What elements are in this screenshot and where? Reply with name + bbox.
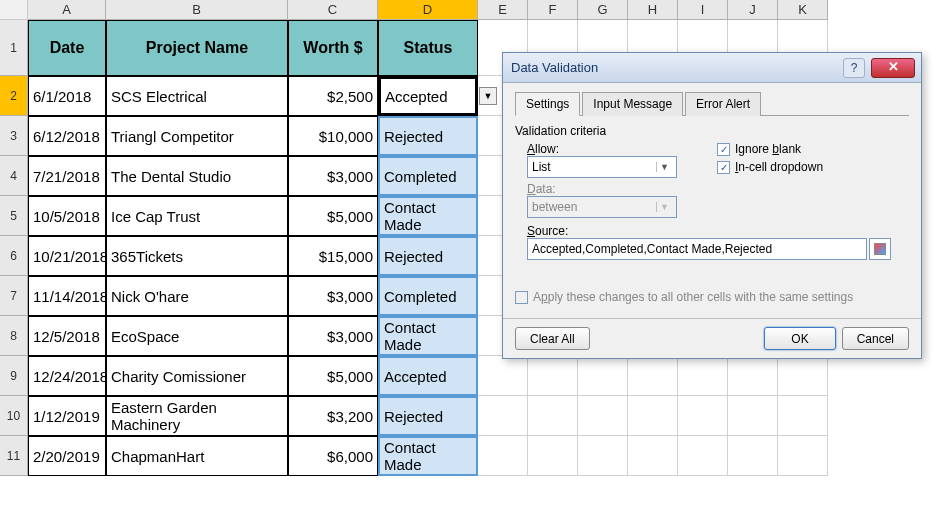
col-header-A[interactable]: A (28, 0, 106, 20)
cell[interactable] (778, 436, 828, 476)
cell[interactable] (578, 396, 628, 436)
ok-button[interactable]: OK (764, 327, 835, 350)
cell-date[interactable]: 10/21/2018 (28, 236, 106, 276)
col-header-B[interactable]: B (106, 0, 288, 20)
header-status[interactable]: Status (378, 20, 478, 76)
row-header-5[interactable]: 5 (0, 196, 28, 236)
row-header-1[interactable]: 1 (0, 20, 28, 76)
allow-select[interactable]: List ▼ (527, 156, 677, 178)
cell[interactable] (678, 396, 728, 436)
cell[interactable] (578, 436, 628, 476)
row-header-2[interactable]: 2 (0, 76, 28, 116)
cell[interactable] (628, 356, 678, 396)
row-header-9[interactable]: 9 (0, 356, 28, 396)
cell-project[interactable]: The Dental Studio (106, 156, 288, 196)
cell-status[interactable]: Accepted (378, 356, 478, 396)
cell-worth[interactable]: $3,000 (288, 156, 378, 196)
row-header-6[interactable]: 6 (0, 236, 28, 276)
col-header-I[interactable]: I (678, 0, 728, 20)
cell[interactable] (728, 436, 778, 476)
cell-status[interactable]: Contact Made (378, 436, 478, 476)
row-header-11[interactable]: 11 (0, 436, 28, 476)
cancel-button[interactable]: Cancel (842, 327, 909, 350)
tab-error-alert[interactable]: Error Alert (685, 92, 761, 116)
cell-project[interactable]: Ice Cap Trust (106, 196, 288, 236)
cell-project[interactable]: Nick O'hare (106, 276, 288, 316)
cell-worth[interactable]: $3,200 (288, 396, 378, 436)
cell-worth[interactable]: $5,000 (288, 196, 378, 236)
col-header-F[interactable]: F (528, 0, 578, 20)
cell-date[interactable]: 12/5/2018 (28, 316, 106, 356)
header-date[interactable]: Date (28, 20, 106, 76)
cell-date[interactable]: 11/14/2018 (28, 276, 106, 316)
cell[interactable] (628, 436, 678, 476)
row-header-8[interactable]: 8 (0, 316, 28, 356)
cell-worth[interactable]: $3,000 (288, 316, 378, 356)
cell[interactable] (728, 396, 778, 436)
cell-status[interactable]: Rejected (378, 236, 478, 276)
dropdown-icon[interactable]: ▼ (479, 87, 497, 105)
cell-worth[interactable]: $6,000 (288, 436, 378, 476)
select-all-corner[interactable] (0, 0, 28, 20)
cell-date[interactable]: 6/1/2018 (28, 76, 106, 116)
cell-project[interactable]: 365Tickets (106, 236, 288, 276)
cell[interactable] (778, 396, 828, 436)
row-header-7[interactable]: 7 (0, 276, 28, 316)
cell-worth[interactable]: $3,000 (288, 276, 378, 316)
cell-date[interactable]: 2/20/2019 (28, 436, 106, 476)
cell[interactable] (478, 396, 528, 436)
cell[interactable] (528, 356, 578, 396)
cell-status[interactable]: Accepted▼ (378, 76, 478, 116)
row-header-4[interactable]: 4 (0, 156, 28, 196)
header-project[interactable]: Project Name (106, 20, 288, 76)
cell-project[interactable]: SCS Electrical (106, 76, 288, 116)
cell-status[interactable]: Rejected (378, 116, 478, 156)
col-header-K[interactable]: K (778, 0, 828, 20)
cell-status[interactable]: Completed (378, 276, 478, 316)
cell-project[interactable]: ChapmanHart (106, 436, 288, 476)
col-header-C[interactable]: C (288, 0, 378, 20)
clear-all-button[interactable]: Clear All (515, 327, 590, 350)
cell[interactable] (678, 356, 728, 396)
cell[interactable] (778, 356, 828, 396)
cell[interactable] (478, 436, 528, 476)
col-header-E[interactable]: E (478, 0, 528, 20)
cell[interactable] (528, 436, 578, 476)
col-header-G[interactable]: G (578, 0, 628, 20)
cell-project[interactable]: EcoSpace (106, 316, 288, 356)
cell[interactable] (678, 436, 728, 476)
cell-worth[interactable]: $10,000 (288, 116, 378, 156)
cell-date[interactable]: 6/12/2018 (28, 116, 106, 156)
cell-status[interactable]: Rejected (378, 396, 478, 436)
cell-date[interactable]: 12/24/2018 (28, 356, 106, 396)
range-selector-button[interactable] (869, 238, 891, 260)
cell-worth[interactable]: $15,000 (288, 236, 378, 276)
header-worth[interactable]: Worth $ (288, 20, 378, 76)
cell-project[interactable]: Triangl Competitor (106, 116, 288, 156)
tab-settings[interactable]: Settings (515, 92, 580, 116)
cell[interactable] (528, 396, 578, 436)
col-header-D[interactable]: D (378, 0, 478, 20)
cell-project[interactable]: Charity Comissioner (106, 356, 288, 396)
col-header-J[interactable]: J (728, 0, 778, 20)
cell-date[interactable]: 1/12/2019 (28, 396, 106, 436)
col-header-H[interactable]: H (628, 0, 678, 20)
cell-worth[interactable]: $2,500 (288, 76, 378, 116)
dialog-titlebar[interactable]: Data Validation ? ✕ (503, 53, 921, 83)
cell-date[interactable]: 10/5/2018 (28, 196, 106, 236)
cell[interactable] (478, 356, 528, 396)
incell-dropdown-checkbox[interactable]: ✓ (717, 161, 730, 174)
row-header-3[interactable]: 3 (0, 116, 28, 156)
cell-project[interactable]: Eastern Garden Machinery (106, 396, 288, 436)
cell[interactable] (628, 396, 678, 436)
row-header-10[interactable]: 10 (0, 396, 28, 436)
cell-status[interactable]: Contact Made (378, 316, 478, 356)
ignore-blank-checkbox[interactable]: ✓ (717, 143, 730, 156)
cell-date[interactable]: 7/21/2018 (28, 156, 106, 196)
source-input[interactable]: Accepted,Completed,Contact Made,Rejected (527, 238, 867, 260)
close-button[interactable]: ✕ (871, 58, 915, 78)
help-button[interactable]: ? (843, 58, 865, 78)
cell-worth[interactable]: $5,000 (288, 356, 378, 396)
cell-status[interactable]: Completed (378, 156, 478, 196)
cell[interactable] (728, 356, 778, 396)
